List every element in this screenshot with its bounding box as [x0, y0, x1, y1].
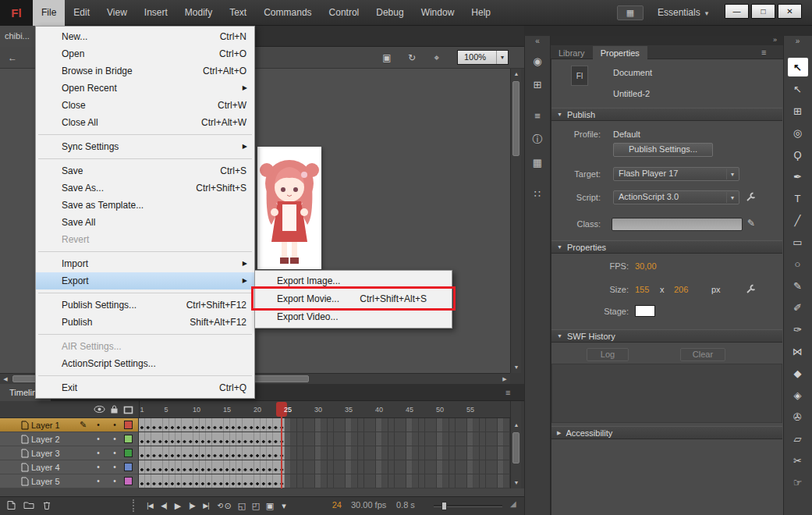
file-menu-item[interactable]: Browse in Bridge Ctrl+Alt+O ▶	[36, 62, 254, 80]
line-tool[interactable]: ╱	[783, 209, 812, 231]
pencil-icon[interactable]: ✎	[747, 218, 755, 229]
oval-tool[interactable]: ○	[783, 253, 812, 275]
panel-menu-icon[interactable]: ≡	[761, 45, 766, 59]
center-frame-button[interactable]: ⊙	[222, 501, 234, 511]
wrench-icon[interactable]	[746, 192, 756, 202]
playhead-line[interactable]	[281, 417, 282, 488]
file-menu-item[interactable]: Open Recent ▶	[36, 80, 254, 97]
layer-frames[interactable]	[139, 418, 510, 432]
scrollbar-thumb[interactable]	[512, 432, 519, 464]
file-menu-item[interactable]: ▶	[38, 251, 252, 252]
menubar-item[interactable]: Edit	[65, 0, 98, 26]
file-menu-item[interactable]: ActionScript Settings... ▶	[36, 355, 254, 372]
layer-frames[interactable]	[139, 460, 510, 474]
menubar-item[interactable]: Insert	[136, 0, 176, 26]
pencil-tool[interactable]: ✎	[783, 275, 812, 297]
layer-visibility-dot[interactable]: •	[91, 421, 105, 429]
class-field[interactable]	[612, 218, 743, 231]
minimize-button[interactable]: —	[725, 4, 749, 19]
paint-bucket-tool[interactable]: ◆	[783, 362, 812, 384]
back-arrow-icon[interactable]: ←	[5, 47, 20, 69]
publish-settings-button[interactable]: Publish Settings...	[613, 143, 713, 157]
magnet-panel-icon[interactable]: ⊞	[524, 73, 551, 97]
new-folder-icon[interactable]	[23, 500, 34, 510]
scrollbar-thumb[interactable]	[512, 81, 519, 156]
section-properties[interactable]: ▼Properties	[551, 240, 782, 254]
layer-name-cell[interactable]: Layer 1 ✎ • •	[0, 418, 139, 432]
align-panel-icon[interactable]: ≡	[524, 105, 551, 128]
workspace-grid-icon[interactable]: ▦	[617, 5, 644, 20]
layer-frames[interactable]	[139, 432, 510, 446]
scroll-down-icon[interactable]: ▼	[511, 362, 522, 373]
layer-lock-dot[interactable]: •	[108, 421, 122, 429]
layer-outline-color[interactable]	[124, 449, 133, 457]
pen-tool[interactable]: ✒	[783, 165, 812, 187]
layer-lock-dot[interactable]: •	[108, 477, 122, 485]
file-menu-item[interactable]: ▶	[38, 375, 252, 376]
Layer 4[interactable]: Layer 4 ✎ • •	[0, 460, 510, 474]
file-menu-item[interactable]: Close Ctrl+W ▶	[36, 97, 254, 114]
stage-color-swatch[interactable]	[635, 305, 655, 317]
step-forward-button[interactable]: |▶	[186, 502, 198, 510]
file-menu-item[interactable]: Save All ▶	[36, 214, 254, 231]
eyedropper-tool[interactable]: ✇	[783, 406, 812, 428]
layer-frames[interactable]	[139, 446, 510, 460]
layer-outline-color[interactable]	[124, 463, 133, 471]
first-frame-button[interactable]: |◀	[144, 502, 156, 510]
onion-skin-button[interactable]: ◱	[236, 501, 248, 511]
lasso-tool[interactable]: Ϙ	[783, 144, 812, 165]
paint-brush-tool[interactable]: ✑	[783, 318, 812, 340]
layer-visibility-dot[interactable]: •	[91, 463, 105, 471]
layer-visibility-dot[interactable]: •	[91, 477, 105, 485]
eraser-tool[interactable]: ▱	[783, 428, 812, 449]
step-back-button[interactable]: ◀|	[158, 502, 170, 510]
layer-name-cell[interactable]: Layer 3 ✎ • •	[0, 446, 139, 460]
brush-tool[interactable]: ✐	[783, 297, 812, 318]
menubar-item[interactable]: Debug	[367, 0, 412, 26]
expand-panels-icon[interactable]: «	[524, 36, 551, 47]
tab-library[interactable]: Library	[551, 46, 593, 60]
document-name[interactable]: Untitled-2	[613, 89, 650, 98]
menubar-item[interactable]: Text	[221, 0, 255, 26]
file-menu-item[interactable]: AIR Settings... ▶	[36, 338, 254, 355]
clear-button[interactable]: Clear	[680, 348, 725, 361]
fps-value[interactable]: 30,00	[635, 261, 657, 271]
layer-name-cell[interactable]: Layer 2 ✎ • •	[0, 432, 139, 446]
Layer 1[interactable]: Layer 1 ✎ • •	[0, 418, 510, 432]
camera-panel-icon[interactable]: ◉	[524, 50, 551, 73]
collapse-tools-icon[interactable]: »	[783, 36, 812, 47]
elapsed-time-value[interactable]: 0.8 s	[396, 500, 415, 510]
resize-grip-icon[interactable]: ◢	[510, 499, 516, 508]
file-menu-item[interactable]: ▶	[38, 334, 252, 335]
file-menu-item[interactable]: Import ▶	[36, 255, 254, 272]
current-frame-value[interactable]: 24	[321, 500, 342, 510]
menubar-item[interactable]: Control	[321, 0, 368, 26]
file-menu-item[interactable]: Export ▶	[36, 272, 254, 289]
frame-rate-value[interactable]: 30.00 fps	[351, 500, 386, 510]
scroll-left-icon[interactable]: ◀	[0, 374, 11, 385]
file-menu-item[interactable]: ▶	[38, 293, 252, 293]
scroll-down-icon[interactable]: ▼	[511, 478, 522, 488]
selection-tool[interactable]: ↖	[788, 58, 808, 76]
play-button[interactable]: ▶	[172, 501, 184, 511]
file-menu-item[interactable]: Exit Ctrl+Q ▶	[36, 379, 254, 396]
maximize-button[interactable]: □	[751, 4, 775, 19]
chevron-down-icon[interactable]: ▾	[726, 169, 738, 179]
Layer 5[interactable]: Layer 5 ✎ • •	[0, 474, 510, 488]
chevron-down-icon[interactable]: ▾	[726, 192, 738, 203]
file-menu-item[interactable]: Save as Template... ▶	[36, 197, 254, 214]
slider-handle[interactable]	[441, 502, 447, 510]
stage-canvas[interactable]	[257, 147, 321, 269]
wrench-icon[interactable]	[746, 284, 756, 294]
text-tool[interactable]: T	[783, 187, 812, 209]
3d-rotation-tool[interactable]: ◎	[783, 122, 812, 144]
zoom-dropdown[interactable]: 100%▾	[457, 50, 509, 65]
layer-lock-dot[interactable]: •	[108, 435, 122, 443]
clip-content-icon[interactable]: ▣	[379, 47, 395, 69]
new-layer-icon[interactable]	[6, 500, 16, 510]
chevron-down-icon[interactable]: ▾	[496, 51, 508, 64]
timeline-panel-menu-icon[interactable]: ≡	[505, 384, 510, 401]
layer-visibility-dot[interactable]: •	[91, 435, 105, 443]
last-frame-button[interactable]: ▶|	[200, 502, 212, 510]
file-menu-item[interactable]: Save As... Ctrl+Shift+S ▶	[36, 179, 254, 197]
